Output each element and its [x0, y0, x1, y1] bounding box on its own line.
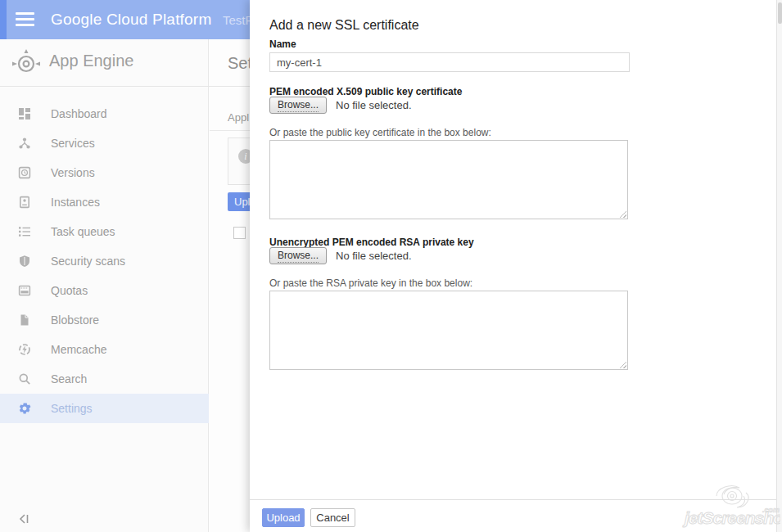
dashboard-icon: [18, 107, 31, 120]
hamburger-menu-icon[interactable]: [16, 12, 34, 27]
public-cert-file-status: No file selected.: [336, 99, 412, 111]
scrollbar-track[interactable]: [776, 0, 782, 532]
private-key-file-row: Browse... No file selected.: [269, 247, 412, 264]
page-title: Set: [228, 54, 252, 73]
sidebar-item-instances[interactable]: Instances: [0, 187, 209, 217]
sidebar-item-blobstore[interactable]: Blobstore: [0, 305, 209, 335]
header-divider: [0, 86, 250, 87]
private-key-file-status: No file selected.: [336, 250, 412, 262]
public-cert-paste-label: Or paste the public key certificate in t…: [269, 127, 491, 138]
search-icon: [18, 372, 31, 385]
sidebar-item-label: Task queues: [51, 225, 115, 238]
private-key-label: Unencrypted PEM encoded RSA private key: [269, 237, 474, 248]
sidebar-item-search[interactable]: Search: [0, 364, 209, 394]
task-queues-icon: [18, 225, 31, 238]
screen: Google Cloud Platform TestP App En: [0, 0, 782, 532]
sidebar: App Engine Dashboard Services: [0, 39, 209, 532]
product-title[interactable]: Google Cloud Platform: [51, 11, 211, 29]
sidebar-item-label: Blobstore: [51, 313, 99, 327]
certificate-name-input[interactable]: [269, 52, 630, 72]
table-checkbox[interactable]: [233, 227, 246, 239]
security-scans-icon: [18, 255, 31, 268]
footer-divider: [250, 499, 776, 500]
blobstore-icon: [18, 313, 31, 327]
add-ssl-certificate-panel: Add a new SSL certificate Name PEM encod…: [250, 0, 776, 532]
public-cert-label: PEM encoded X.509 public key certificate: [269, 86, 462, 97]
settings-gear-icon: [18, 402, 31, 415]
sidebar-item-label: Versions: [51, 166, 95, 179]
sidebar-item-settings[interactable]: Settings: [0, 394, 209, 423]
cancel-button[interactable]: Cancel: [310, 508, 355, 527]
sidebar-item-memcache[interactable]: Memcache: [0, 335, 209, 364]
public-cert-textarea[interactable]: [269, 140, 628, 219]
sidebar-item-label: Services: [51, 137, 95, 150]
public-cert-textarea-wrap: [269, 140, 628, 219]
sidebar-item-security-scans[interactable]: Security scans: [0, 246, 209, 276]
private-key-textarea[interactable]: [269, 291, 628, 370]
sidebar-item-services[interactable]: Services: [0, 128, 209, 158]
sidebar-item-label: Dashboard: [51, 107, 107, 120]
sidebar-item-task-queues[interactable]: Task queues: [0, 217, 209, 246]
sidebar-item-label: Quotas: [51, 284, 88, 297]
name-label: Name: [269, 38, 296, 50]
scrollbar-thumb[interactable]: [778, 2, 782, 24]
app-engine-title: App Engine: [49, 52, 133, 70]
panel-title: Add a new SSL certificate: [269, 18, 419, 33]
sidebar-item-versions[interactable]: Versions: [0, 158, 209, 187]
sidebar-item-label: Settings: [51, 402, 93, 415]
private-key-browse-button[interactable]: Browse...: [269, 247, 327, 264]
sidebar-item-quotas[interactable]: Quotas: [0, 276, 209, 305]
collapse-sidebar-icon[interactable]: [16, 511, 33, 527]
sidebar-menu: Dashboard Services Versions: [0, 99, 209, 423]
sidebar-item-dashboard[interactable]: Dashboard: [0, 99, 209, 128]
sidebar-item-label: Instances: [51, 196, 100, 209]
instances-icon: [18, 196, 31, 209]
upload-button[interactable]: Upload: [262, 508, 305, 527]
public-cert-browse-button[interactable]: Browse...: [269, 97, 327, 114]
services-icon: [18, 137, 31, 150]
header-edge-strip: [0, 0, 7, 39]
versions-icon: [18, 166, 31, 179]
private-key-textarea-wrap: [269, 291, 628, 370]
project-selector[interactable]: TestP: [223, 13, 254, 27]
sidebar-item-label: Search: [51, 372, 87, 385]
tab-application-settings[interactable]: Appl: [228, 111, 249, 124]
sidebar-item-label: Security scans: [51, 255, 125, 268]
private-key-paste-label: Or paste the RSA private key in the box …: [269, 277, 472, 289]
quotas-icon: [18, 284, 31, 297]
public-cert-file-row: Browse... No file selected.: [269, 97, 412, 113]
app-engine-logo-icon: [10, 47, 43, 79]
sidebar-item-label: Memcache: [51, 343, 106, 356]
memcache-icon: [18, 343, 31, 356]
app-engine-header: App Engine: [0, 39, 209, 86]
